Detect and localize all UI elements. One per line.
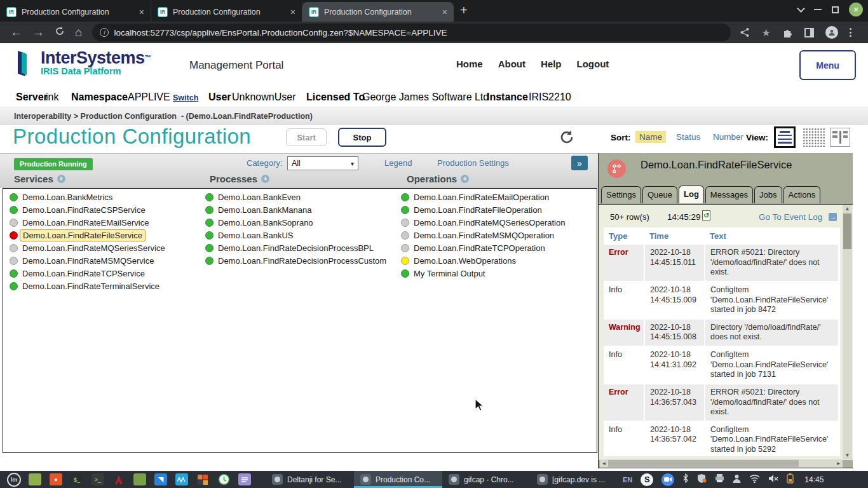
address-bar[interactable]: i localhost:52773/csp/applive/EnsPortal.… <box>92 24 731 41</box>
mint-menu-button[interactable]: lm <box>7 473 21 487</box>
add-service-icon[interactable]: + <box>57 175 65 183</box>
list-item[interactable]: My Terminal Output <box>401 267 565 280</box>
time-tracker-icon[interactable] <box>217 473 231 487</box>
scroll-thumb[interactable] <box>608 460 799 467</box>
list-item[interactable]: Demo.Loan.BankMetrics <box>10 191 165 203</box>
red-app-icon[interactable] <box>112 473 126 487</box>
list-item[interactable]: Demo.Loan.FindRateEMailService <box>10 216 165 229</box>
window-maximize-button[interactable] <box>832 6 839 13</box>
list-item[interactable]: Demo.Loan.FindRateTCPService <box>10 267 165 280</box>
add-process-icon[interactable]: + <box>261 175 269 183</box>
skype-icon[interactable]: S <box>641 473 653 486</box>
sort-option-name[interactable]: Name <box>635 131 666 143</box>
list-item[interactable]: Demo.Loan.WebOperations <box>401 254 565 267</box>
scroll-up-icon[interactable]: ▲ <box>843 205 852 213</box>
window-close-button[interactable]: × <box>849 3 863 17</box>
scroll-left-icon[interactable]: ◄ <box>600 461 608 466</box>
browser-tab-2[interactable]: IR Production Configuration × <box>151 2 302 22</box>
menu-button[interactable]: Menu <box>799 50 856 80</box>
taskbar-window-production-active[interactable]: Production Co... <box>354 471 442 488</box>
sort-option-number[interactable]: Number <box>709 131 747 143</box>
shield-icon[interactable] <box>697 473 707 486</box>
add-operation-icon[interactable]: + <box>461 175 469 183</box>
switch-namespace-link[interactable]: Switch <box>173 93 198 102</box>
taskbar-window-gifcap-dev[interactable]: [gifcap.dev is ... <box>531 471 619 488</box>
nav-logout-link[interactable]: Logout <box>577 58 609 69</box>
tab-settings[interactable]: Settings <box>601 186 641 203</box>
tab-messages[interactable]: Messages <box>705 186 753 203</box>
list-item[interactable]: Demo.Loan.FindRateEMailOperation <box>401 191 565 203</box>
production-settings-link[interactable]: Production Settings <box>437 158 509 168</box>
breadcrumb-root-link[interactable]: Interoperability <box>14 112 71 121</box>
tab-close-icon[interactable]: × <box>442 7 447 17</box>
legend-link[interactable]: Legend <box>384 158 412 168</box>
bluetooth-icon[interactable] <box>682 473 689 485</box>
tab-log[interactable]: Log <box>679 186 704 203</box>
calculator-icon[interactable] <box>196 473 210 487</box>
nav-help-link[interactable]: Help <box>541 58 562 69</box>
log-refresh-icon[interactable]: ↺ <box>702 210 710 220</box>
go-to-arrow-icon[interactable]: → <box>829 213 837 221</box>
tab-close-icon[interactable]: × <box>139 7 144 17</box>
window-minimize-button[interactable] <box>814 9 822 10</box>
back-icon[interactable]: ← <box>10 25 22 39</box>
expand-panel-button[interactable]: » <box>571 156 588 170</box>
new-tab-button[interactable]: + <box>460 3 468 18</box>
side-panel-icon[interactable] <box>804 28 814 37</box>
home-icon[interactable]: ⌂ <box>75 25 82 39</box>
site-info-icon[interactable]: i <box>100 28 109 37</box>
list-item[interactable]: Demo.Loan.FindRateMQSeriesService <box>10 241 165 254</box>
list-item[interactable]: Demo.Loan.BankSoprano <box>205 216 386 229</box>
bookmark-star-icon[interactable]: ★ <box>761 27 770 39</box>
tab-jobs[interactable]: Jobs <box>754 186 782 203</box>
list-item[interactable]: Demo.Loan.BankManana <box>205 203 386 216</box>
list-item-selected[interactable]: Demo.Loan.FindRateFileService <box>10 229 165 241</box>
list-item[interactable]: Demo.Loan.FindRateTerminalService <box>10 280 165 292</box>
browser-tab-3-active[interactable]: IR Production Configuration × <box>302 2 454 22</box>
go-to-event-log-link[interactable]: Go To Event Log <box>759 212 822 222</box>
nav-home-link[interactable]: Home <box>456 58 483 69</box>
reload-icon[interactable] <box>55 25 65 39</box>
list-item[interactable]: Demo.Loan.FindRateMSMQOperation <box>401 229 565 241</box>
scroll-right-icon[interactable]: ► <box>834 461 843 466</box>
printer-icon[interactable] <box>715 474 724 485</box>
list-item[interactable]: Demo.Loan.FindRateDecisionProcessBPL <box>205 241 386 254</box>
sort-option-status[interactable]: Status <box>672 131 704 143</box>
tab-search-chevron-icon[interactable] <box>797 4 805 13</box>
wave-app-icon[interactable] <box>175 473 188 485</box>
panel-vertical-scrollbar[interactable]: ▲ ▼ <box>843 205 852 459</box>
profile-avatar[interactable] <box>825 26 838 39</box>
list-item[interactable]: Demo.Loan.BankEven <box>205 191 386 203</box>
list-item[interactable]: Demo.Loan.BankUS <box>205 229 386 241</box>
forward-icon[interactable]: → <box>32 25 44 39</box>
list-item[interactable]: Demo.Loan.FindRateDecisionProcessCustom <box>205 254 386 267</box>
view-grid-icon[interactable] <box>803 128 825 147</box>
terminal-icon[interactable]: $_ <box>71 473 83 485</box>
start-button[interactable]: Start <box>286 128 327 146</box>
taskbar-window-gifcap[interactable]: gifcap - Chro... <box>442 471 531 488</box>
category-select[interactable]: All ▾ <box>287 156 358 170</box>
list-item[interactable]: Demo.Loan.FindRateCSPService <box>10 203 165 216</box>
files-app-icon[interactable] <box>29 473 41 485</box>
panel-horizontal-scrollbar[interactable]: ◄ ► <box>600 459 843 468</box>
tab-actions[interactable]: Actions <box>783 186 821 203</box>
terminal-icon[interactable]: >_ <box>92 473 104 485</box>
battery-icon[interactable] <box>787 473 794 486</box>
refresh-icon[interactable] <box>559 129 575 148</box>
folder-icon[interactable] <box>133 473 146 485</box>
stop-button[interactable]: Stop <box>338 128 386 147</box>
tab-close-icon[interactable]: × <box>290 7 295 17</box>
browser-tab-1[interactable]: IR Production Configuration × <box>0 2 151 22</box>
list-item[interactable]: Demo.Loan.FindRateTCPOperation <box>401 241 565 254</box>
nav-about-link[interactable]: About <box>498 58 526 69</box>
extensions-puzzle-icon[interactable] <box>782 27 793 38</box>
language-indicator[interactable]: EN <box>623 476 632 484</box>
orange-app-icon[interactable]: ● <box>50 473 62 485</box>
list-item[interactable]: Demo.Loan.FindRateFileOperation <box>401 203 565 216</box>
browser-menu-icon[interactable] <box>850 28 851 37</box>
scroll-thumb[interactable] <box>843 214 851 249</box>
list-item[interactable]: Demo.Loan.FindRateMSMQService <box>10 254 165 267</box>
vscode-icon[interactable]: ◥ <box>154 473 167 485</box>
view-list-icon[interactable] <box>774 126 796 148</box>
zoom-camera-icon[interactable] <box>661 473 674 486</box>
